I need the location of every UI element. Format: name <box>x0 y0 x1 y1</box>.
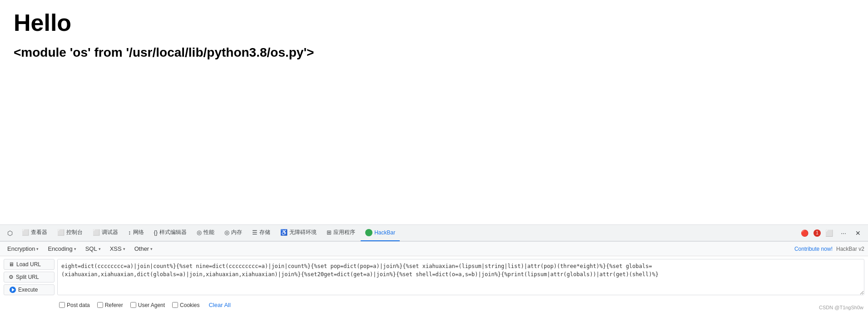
encoding-label: Encoding <box>48 245 72 252</box>
tab-application-label: 应用程序 <box>333 229 355 236</box>
tab-accessibility-label: 无障碍环境 <box>289 229 317 236</box>
tab-hackbar-label: HackBar <box>374 229 395 236</box>
split-url-icon: ⚙ <box>9 274 14 280</box>
cookies-checkbox-label[interactable]: Cookies <box>172 302 199 308</box>
referer-label: Referer <box>105 302 123 308</box>
clear-all-link[interactable]: Clear All <box>208 302 230 308</box>
tab-storage[interactable]: ☰ 存储 <box>248 225 275 241</box>
tab-network-label: 网络 <box>133 229 144 236</box>
xss-label: XSS <box>110 245 122 252</box>
post-data-label: Post data <box>67 302 90 308</box>
hackbar-version: HackBar v2 <box>836 246 864 252</box>
tab-performance-label: 性能 <box>203 229 214 236</box>
execute-label: Execute <box>18 287 38 293</box>
hackbar-dot-icon <box>365 229 372 236</box>
close-devtools-icon[interactable]: ✕ <box>852 227 864 239</box>
devtools-pointer-icon[interactable]: ⬡ <box>4 227 16 239</box>
network-icon: ↕ <box>128 229 131 236</box>
hackbar-left-buttons: 🖥 Load URL ⚙ Split URL Execute <box>4 259 55 295</box>
cookies-checkbox[interactable] <box>172 302 178 308</box>
tab-application[interactable]: ⊞ 应用程序 <box>322 225 360 241</box>
sql-chevron-icon: ▾ <box>99 247 101 251</box>
referer-checkbox[interactable] <box>97 302 103 308</box>
devtools-bar: ⬡ ⬜ 查看器 ⬜ 控制台 ⬜ 调试器 ↕ 网络 {} 样式编辑器 ◎ 性能 ◎… <box>0 224 868 312</box>
more-options-icon[interactable]: ··· <box>837 227 850 239</box>
storage-icon: ☰ <box>252 229 258 236</box>
tab-viewer[interactable]: ⬜ 查看器 <box>17 225 52 241</box>
performance-icon: ◎ <box>197 229 202 236</box>
sql-label: SQL <box>85 245 97 252</box>
execute-button[interactable]: Execute <box>4 284 55 295</box>
post-data-checkbox[interactable] <box>59 302 65 308</box>
xss-menu[interactable]: XSS ▾ <box>106 244 129 254</box>
encoding-menu[interactable]: Encoding ▾ <box>44 244 79 254</box>
main-content: Hello <module 'os' from '/usr/local/lib/… <box>0 0 868 83</box>
user-agent-checkbox-label[interactable]: User Agent <box>130 302 165 308</box>
tab-hackbar[interactable]: HackBar <box>361 225 400 241</box>
tab-console[interactable]: ⬜ 控制台 <box>53 225 87 241</box>
encryption-chevron-icon: ▾ <box>36 247 39 251</box>
other-label: Other <box>134 245 149 252</box>
hackbar-panel: Encryption ▾ Encoding ▾ SQL ▾ XSS ▾ Othe… <box>0 241 868 312</box>
module-text: <module 'os' from '/usr/local/lib/python… <box>14 45 854 60</box>
error-badge: 1 <box>813 229 821 237</box>
load-url-label: Load URL <box>16 261 41 268</box>
load-url-button[interactable]: 🖥 Load URL <box>4 259 55 270</box>
xss-chevron-icon: ▾ <box>123 247 125 251</box>
error-icon[interactable]: 🔴 <box>798 227 811 239</box>
tab-accessibility[interactable]: ♿ 无障碍环境 <box>276 225 321 241</box>
sql-menu[interactable]: SQL ▾ <box>82 244 104 254</box>
post-data-checkbox-label[interactable]: Post data <box>59 302 90 308</box>
user-agent-label: User Agent <box>138 302 165 308</box>
tab-memory[interactable]: ◎ 内存 <box>220 225 247 241</box>
load-url-icon: 🖥 <box>9 261 14 268</box>
tab-performance[interactable]: ◎ 性能 <box>192 225 219 241</box>
split-url-label: Split URL <box>16 274 39 280</box>
debugger-icon: ⬜ <box>93 229 100 236</box>
tab-viewer-label: 查看器 <box>31 229 47 236</box>
hello-title: Hello <box>14 9 854 36</box>
referer-checkbox-label[interactable]: Referer <box>97 302 123 308</box>
tab-console-label: 控制台 <box>66 229 83 236</box>
cookies-label: Cookies <box>180 302 199 308</box>
tab-storage-label: 存储 <box>259 229 270 236</box>
viewer-icon: ⬜ <box>22 229 29 236</box>
encryption-label: Encryption <box>7 245 35 252</box>
split-url-button[interactable]: ⚙ Split URL <box>4 272 55 283</box>
accessibility-icon: ♿ <box>280 229 288 236</box>
devtools-right-controls: 🔴 1 ⬜ ··· ✕ <box>798 227 864 239</box>
user-agent-checkbox[interactable] <box>130 302 136 308</box>
hackbar-url-area: 🖥 Load URL ⚙ Split URL Execute <box>0 256 868 300</box>
devtools-tabs-row: ⬡ ⬜ 查看器 ⬜ 控制台 ⬜ 调试器 ↕ 网络 {} 样式编辑器 ◎ 性能 ◎… <box>0 225 868 241</box>
tab-memory-label: 内存 <box>231 229 242 236</box>
tab-style-editor-label: 样式编辑器 <box>159 229 187 236</box>
hackbar-options: Post data Referer User Agent Cookies Cle… <box>0 300 868 312</box>
encryption-menu[interactable]: Encryption ▾ <box>4 244 42 254</box>
dock-icon[interactable]: ⬜ <box>823 227 835 239</box>
contribute-link[interactable]: Contribute now! <box>794 246 833 252</box>
execute-icon <box>10 287 16 293</box>
console-icon: ⬜ <box>57 229 64 236</box>
encoding-chevron-icon: ▾ <box>74 247 76 251</box>
url-textarea-wrapper <box>57 259 864 297</box>
tab-debugger-label: 调试器 <box>102 229 118 236</box>
style-editor-icon: {} <box>154 229 158 236</box>
other-chevron-icon: ▾ <box>150 247 153 251</box>
other-menu[interactable]: Other ▾ <box>131 244 157 254</box>
tab-debugger[interactable]: ⬜ 调试器 <box>88 225 123 241</box>
watermark: CSDN @T1ngSh0w <box>819 305 863 310</box>
application-icon: ⊞ <box>327 229 332 236</box>
tab-network[interactable]: ↕ 网络 <box>124 225 149 241</box>
url-textarea[interactable] <box>57 259 864 295</box>
memory-icon: ◎ <box>224 229 229 236</box>
hackbar-toolbar: Encryption ▾ Encoding ▾ SQL ▾ XSS ▾ Othe… <box>0 242 868 256</box>
tab-style-editor[interactable]: {} 样式编辑器 <box>149 225 192 241</box>
